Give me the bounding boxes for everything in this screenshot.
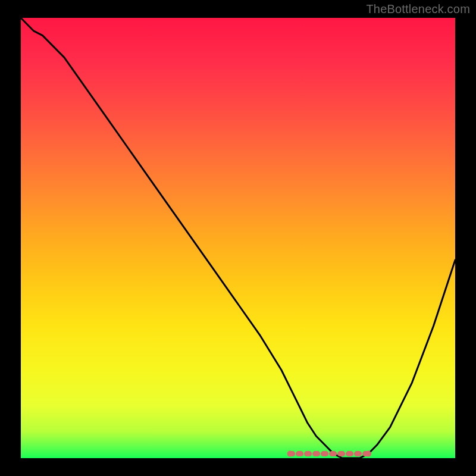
svg-point-1 [287,451,293,457]
svg-point-2 [365,451,371,457]
chart-container: TheBottleneck.com [0,0,476,476]
gradient-background [21,18,455,458]
watermark-text: TheBottleneck.com [366,2,470,16]
bottleneck-chart [0,0,476,476]
